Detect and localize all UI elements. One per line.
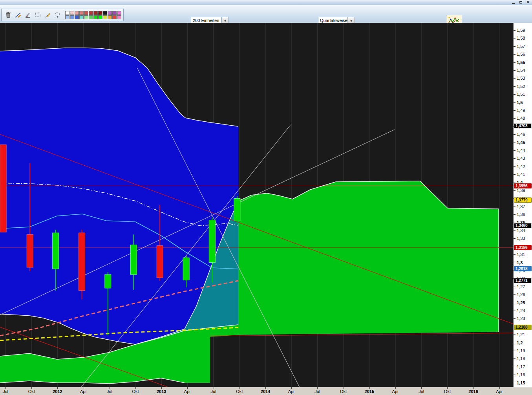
angle-icon <box>24 11 31 18</box>
color-swatch[interactable] <box>93 11 98 15</box>
color-swatch[interactable] <box>108 15 112 19</box>
color-swatch[interactable] <box>79 15 84 19</box>
color-swatch[interactable] <box>89 11 93 15</box>
rect-select-icon <box>34 11 41 18</box>
x-axis-label: 2015 <box>365 389 374 394</box>
x-axis-tick <box>161 387 162 389</box>
x-axis-label: Apr <box>288 389 295 394</box>
y-axis-label: 1,18 <box>517 356 525 361</box>
time-axis[interactable]: JulOkt2012AprJulOkt2013AprJulOkt2014AprJ… <box>0 387 532 395</box>
x-axis-label: Okt <box>444 389 451 394</box>
color-swatch[interactable] <box>65 15 69 19</box>
x-axis-label: Apr <box>80 389 87 394</box>
x-axis-tick <box>421 387 422 389</box>
restore-button[interactable] <box>518 0 523 4</box>
y-axis-tick <box>514 294 516 295</box>
price-axis[interactable]: 1,591,581,571,561,551,541,531,521,511,51… <box>513 23 532 387</box>
x-axis-label: Okt <box>28 389 35 394</box>
close-icon: × <box>527 0 529 4</box>
color-swatch[interactable] <box>103 11 107 15</box>
y-axis-label: 1,39 <box>517 188 525 193</box>
y-axis-label: 1,21 <box>517 332 525 337</box>
title-bar[interactable]: × <box>0 0 532 5</box>
y-axis-label: 1,15 <box>517 380 525 385</box>
color-swatch[interactable] <box>112 11 117 15</box>
y-axis-tick <box>514 94 516 95</box>
x-axis-tick <box>291 387 292 389</box>
y-axis-tick <box>514 230 516 231</box>
angle-tool-button[interactable] <box>23 10 33 20</box>
rect-select-tool-button[interactable] <box>33 10 42 20</box>
color-swatch[interactable] <box>75 15 79 19</box>
close-button[interactable]: × <box>525 0 531 4</box>
x-axis-tick <box>5 387 6 389</box>
trash-button[interactable] <box>3 10 13 20</box>
y-axis-label: 1,25 <box>517 300 525 305</box>
color-swatch[interactable] <box>117 15 121 19</box>
color-swatch[interactable] <box>98 11 102 15</box>
y-axis-tick <box>514 318 516 319</box>
y-axis-tick <box>514 190 516 191</box>
x-axis-label: 2014 <box>261 389 270 394</box>
minimize-button[interactable] <box>510 0 516 4</box>
color-swatch[interactable] <box>103 15 107 19</box>
x-axis-tick <box>84 387 84 389</box>
chart-canvas[interactable] <box>0 23 513 387</box>
price-badge: 1,3779 <box>514 198 532 203</box>
x-axis-label: Jul <box>314 389 320 394</box>
y-axis-tick <box>514 166 516 167</box>
y-axis-tick <box>514 358 516 359</box>
x-axis-tick <box>135 387 136 389</box>
color-swatch[interactable] <box>93 15 98 19</box>
x-axis-tick <box>344 387 344 389</box>
price-badge: 1,3956 <box>514 183 532 188</box>
color-swatch[interactable] <box>70 11 74 15</box>
color-swatch[interactable] <box>65 11 69 15</box>
color-swatch[interactable] <box>108 11 112 15</box>
y-axis-label: 1,37 <box>517 204 525 209</box>
color-swatch[interactable] <box>98 15 102 19</box>
color-swatch[interactable] <box>79 11 84 15</box>
y-axis-tick <box>514 30 516 31</box>
y-axis-label: 1,44 <box>517 148 525 153</box>
price-badge: 1,2188 <box>514 325 532 330</box>
y-axis-tick <box>514 238 516 239</box>
y-axis-label: 1,5 <box>517 100 523 105</box>
y-axis-tick <box>514 351 516 351</box>
projection-bands <box>0 48 499 384</box>
lasso-tool-button[interactable] <box>52 10 62 20</box>
x-axis-tick <box>473 387 474 389</box>
color-swatch[interactable] <box>70 15 74 19</box>
lasso-icon <box>54 11 61 18</box>
y-axis-tick <box>514 143 516 143</box>
y-axis-label: 1,16 <box>517 372 525 377</box>
color-swatch[interactable] <box>75 11 79 15</box>
y-axis-label: 1,59 <box>517 28 525 33</box>
x-axis-tick <box>239 387 240 389</box>
freehand-tool-button[interactable] <box>42 10 52 20</box>
chart-area[interactable] <box>0 23 513 387</box>
color-swatch[interactable] <box>117 11 121 15</box>
color-swatch[interactable] <box>84 11 88 15</box>
color-swatch[interactable] <box>89 15 93 19</box>
x-axis-label: Okt <box>236 389 243 394</box>
color-swatch[interactable] <box>84 15 88 19</box>
palette-row-2 <box>65 15 122 19</box>
y-axis-tick <box>514 70 516 71</box>
y-axis-label: 1,42 <box>517 164 525 169</box>
y-axis-tick <box>514 311 516 311</box>
y-axis-label: 1,33 <box>517 236 525 241</box>
y-axis-tick <box>514 110 516 111</box>
y-axis-label: 1,51 <box>517 92 525 97</box>
color-swatch[interactable] <box>112 15 117 19</box>
y-axis-label: 1,52 <box>517 84 525 89</box>
x-axis-label: Jul <box>419 389 424 394</box>
x-axis-label: Okt <box>132 389 139 394</box>
price-badge: 1,2771 <box>514 278 532 283</box>
y-axis-tick <box>514 46 516 47</box>
drawing-tool-panel <box>1 9 124 21</box>
y-axis-label: 1,46 <box>517 132 525 137</box>
y-axis-label: 1,45 <box>517 140 525 145</box>
x-axis-label: Jul <box>107 389 112 394</box>
trendline-tool-button[interactable] <box>13 10 23 20</box>
